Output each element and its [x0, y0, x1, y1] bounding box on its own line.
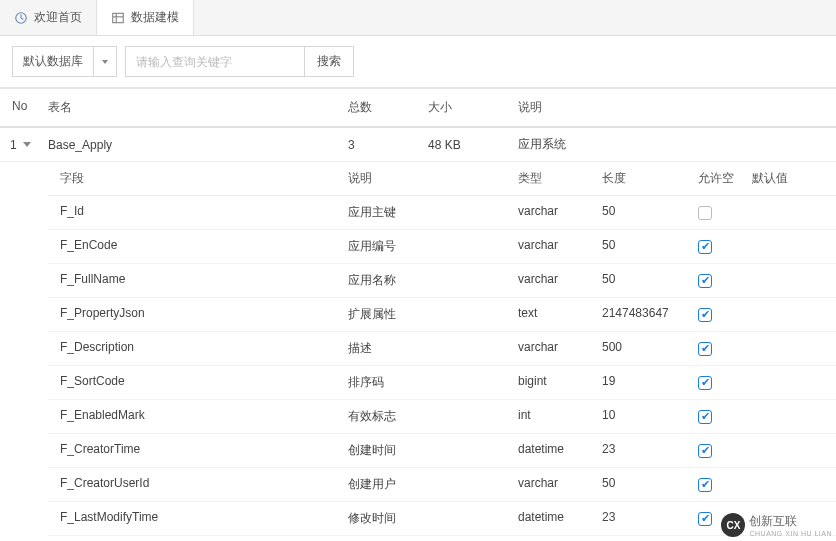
- field-null: ✔: [698, 306, 752, 323]
- field-row[interactable]: F_FullName应用名称varchar50✔: [48, 264, 836, 298]
- table-icon: [111, 11, 125, 25]
- svg-rect-1: [113, 13, 124, 22]
- checkbox-icon[interactable]: ✔: [698, 376, 712, 390]
- field-name: F_Id: [48, 204, 348, 221]
- search-button[interactable]: 搜索: [305, 46, 354, 77]
- checkbox-icon[interactable]: [698, 206, 712, 220]
- field-len: 50: [602, 204, 698, 221]
- watermark-brand: 创新互联: [749, 513, 832, 530]
- field-type: varchar: [518, 204, 602, 221]
- expand-icon[interactable]: [23, 142, 31, 147]
- field-row[interactable]: F_EnCode应用编号varchar50✔: [48, 230, 836, 264]
- db-select-button[interactable]: 默认数据库: [12, 46, 94, 77]
- col-size: 大小: [428, 99, 518, 116]
- field-type: datetime: [518, 442, 602, 459]
- row-desc: 应用系统: [518, 136, 836, 153]
- field-desc: 有效标志: [348, 408, 518, 425]
- field-def: [752, 374, 836, 391]
- field-len: 50: [602, 476, 698, 493]
- watermark-logo-icon: CX: [721, 513, 745, 537]
- field-desc: 排序码: [348, 374, 518, 391]
- tab-home[interactable]: 欢迎首页: [0, 0, 97, 35]
- field-type: text: [518, 306, 602, 323]
- col-name: 表名: [48, 99, 348, 116]
- search-input[interactable]: [125, 46, 305, 77]
- tab-data-model[interactable]: 数据建模: [97, 0, 194, 35]
- field-row[interactable]: F_PropertyJson扩展属性text2147483647✔: [48, 298, 836, 332]
- field-type: bigint: [518, 374, 602, 391]
- field-desc: 描述: [348, 340, 518, 357]
- field-desc: 扩展属性: [348, 306, 518, 323]
- row-name: Base_Apply: [48, 138, 348, 152]
- field-def: [752, 306, 836, 323]
- col-no: No: [0, 99, 48, 116]
- fields-body: F_Id应用主键varchar50F_EnCode应用编号varchar50✔F…: [0, 196, 836, 536]
- row-size: 48 KB: [428, 138, 518, 152]
- field-def: [752, 272, 836, 289]
- field-desc: 创建用户: [348, 476, 518, 493]
- field-type: varchar: [518, 476, 602, 493]
- field-def: [752, 238, 836, 255]
- dashboard-icon: [14, 11, 28, 25]
- search-group: 搜索: [125, 46, 354, 77]
- checkbox-icon[interactable]: ✔: [698, 342, 712, 356]
- field-name: F_CreatorUserId: [48, 476, 348, 493]
- field-desc: 应用名称: [348, 272, 518, 289]
- field-def: [752, 476, 836, 493]
- checkbox-icon[interactable]: ✔: [698, 308, 712, 322]
- checkbox-icon[interactable]: ✔: [698, 512, 712, 526]
- field-name: F_SortCode: [48, 374, 348, 391]
- field-type: varchar: [518, 238, 602, 255]
- field-desc: 应用编号: [348, 238, 518, 255]
- field-row[interactable]: F_Description描述varchar500✔: [48, 332, 836, 366]
- field-null: ✔: [698, 340, 752, 357]
- field-desc: 创建时间: [348, 442, 518, 459]
- field-len: 2147483647: [602, 306, 698, 323]
- checkbox-icon[interactable]: ✔: [698, 444, 712, 458]
- field-row[interactable]: F_CreatorTime创建时间datetime23✔: [48, 434, 836, 468]
- field-def: [752, 408, 836, 425]
- table-header: No 表名 总数 大小 说明: [0, 89, 836, 128]
- checkbox-icon[interactable]: ✔: [698, 274, 712, 288]
- field-len: 10: [602, 408, 698, 425]
- field-null: ✔: [698, 442, 752, 459]
- sc-def: 默认值: [752, 170, 836, 187]
- tab-home-label: 欢迎首页: [34, 9, 82, 26]
- field-def: [752, 442, 836, 459]
- field-name: F_EnCode: [48, 238, 348, 255]
- row-no: 1: [10, 138, 17, 152]
- toolbar: 默认数据库 搜索: [0, 36, 836, 89]
- row-total: 3: [348, 138, 428, 152]
- field-len: 23: [602, 442, 698, 459]
- watermark-sub: CHUANG XIN HU LIAN: [749, 530, 832, 537]
- field-row[interactable]: F_CreatorUserId创建用户varchar50✔: [48, 468, 836, 502]
- sc-null: 允许空: [698, 170, 752, 187]
- field-desc: 应用主键: [348, 204, 518, 221]
- watermark: CX 创新互联 CHUANG XIN HU LIAN: [721, 513, 832, 537]
- field-row[interactable]: F_EnabledMark有效标志int10✔: [48, 400, 836, 434]
- sc-len: 长度: [602, 170, 698, 187]
- field-len: 23: [602, 510, 698, 527]
- field-type: varchar: [518, 272, 602, 289]
- field-name: F_Description: [48, 340, 348, 357]
- field-row[interactable]: F_LastModifyTime修改时间datetime23✔: [48, 502, 836, 536]
- checkbox-icon[interactable]: ✔: [698, 410, 712, 424]
- field-name: F_LastModifyTime: [48, 510, 348, 527]
- table-row[interactable]: 1 Base_Apply 3 48 KB 应用系统: [0, 128, 836, 162]
- chevron-down-icon: [102, 60, 108, 64]
- field-null: [698, 204, 752, 221]
- sc-field: 字段: [48, 170, 348, 187]
- field-row[interactable]: F_SortCode排序码bigint19✔: [48, 366, 836, 400]
- tab-data-model-label: 数据建模: [131, 9, 179, 26]
- row-no-cell: 1: [0, 138, 48, 152]
- checkbox-icon[interactable]: ✔: [698, 240, 712, 254]
- field-row[interactable]: F_Id应用主键varchar50: [48, 196, 836, 230]
- field-name: F_CreatorTime: [48, 442, 348, 459]
- db-select-dropdown[interactable]: [94, 46, 117, 77]
- field-desc: 修改时间: [348, 510, 518, 527]
- field-len: 19: [602, 374, 698, 391]
- checkbox-icon[interactable]: ✔: [698, 478, 712, 492]
- col-total: 总数: [348, 99, 428, 116]
- field-type: varchar: [518, 340, 602, 357]
- field-type: int: [518, 408, 602, 425]
